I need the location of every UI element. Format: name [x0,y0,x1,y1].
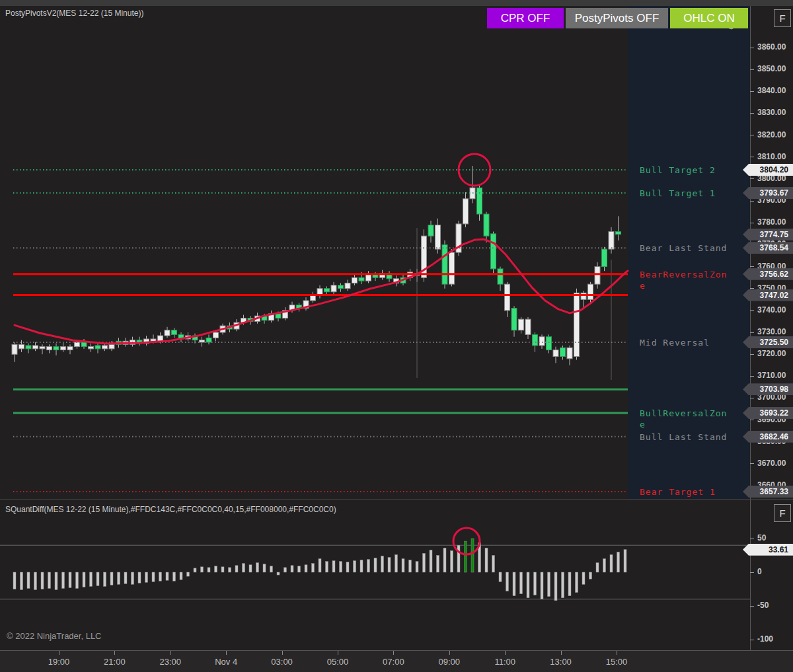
price-axis-tick [750,135,754,135]
histogram-bar [443,548,446,572]
histogram-bar [298,566,301,572]
histogram-bar [562,572,564,598]
histogram-bar [159,572,162,581]
candlestick [609,232,614,250]
price-badge: 3793.67 [743,187,793,199]
histogram-bar [582,572,585,584]
candlestick [449,252,455,284]
time-axis-tick [505,651,506,655]
histogram-bar [374,558,377,572]
price-axis-tick-label: 3740.00 [757,305,786,315]
histogram-bar [48,572,51,588]
histogram-bar [221,567,224,572]
indicator-axis-tick [750,606,754,607]
histogram-bar [457,545,460,572]
price-axis-tick [750,91,754,92]
pane-separator[interactable] [0,499,793,500]
candlestick [89,347,94,349]
time-axis-label: 03:00 [271,657,293,667]
candlestick [435,225,441,249]
histogram-bar [554,572,557,601]
price-axis-tick [750,310,754,311]
price-badge: 3756.62 [743,268,793,280]
toolbar-button-cpr[interactable]: CPR OFF [487,8,564,28]
toolbar-button-postypivots[interactable]: PostyPivots OFF [566,8,668,28]
histogram-bar [520,572,523,594]
price-badge: 3804.20 [743,164,793,176]
histogram-bar [263,564,266,572]
histogram-bar [624,550,626,572]
histogram-bar [610,554,613,572]
price-axis-tick [750,48,754,48]
price-badge: 3768.54 [743,242,793,254]
candlestick [428,225,434,237]
price-axis-tick [750,201,754,202]
histogram-bar [41,572,44,589]
histogram-bar [277,572,280,575]
price-axis-tick-label: 3720.00 [757,349,786,358]
level-label: Bull Target 2 [640,165,730,176]
price-axis-tick-label: 3730.00 [757,327,786,336]
histogram-bar [437,556,439,573]
histogram-bar [354,561,356,572]
price-axis-tick-label: 3810.00 [757,152,786,161]
price-axis-tick [750,288,754,289]
level-label: Bull Last Stand [640,431,730,443]
histogram-bar [367,560,370,572]
candlestick [560,348,566,356]
time-axis-tick [226,651,227,655]
price-badge: 3657.33 [743,486,793,498]
histogram-bar [346,562,349,572]
histogram-bar [180,572,182,579]
histogram-bar [548,572,550,597]
toolbar-button-ohlc[interactable]: OHLC ON [670,8,748,28]
indicator-pane-fullscreen-button[interactable]: F [774,504,791,522]
level-label: BearReversalZone [640,269,730,291]
histogram-bar [291,566,293,572]
candlestick [95,346,100,349]
histogram-bar [62,572,65,588]
candlestick [595,267,600,285]
candlestick [581,293,586,299]
time-axis-tick [282,651,283,655]
histogram-bar [243,564,245,572]
histogram-bar [215,566,217,572]
time-axis-label: 23:00 [160,657,182,667]
histogram-bar [69,572,71,587]
histogram-bar [96,572,99,585]
level-label: Mid Reversal [640,337,730,348]
candlestick [519,319,524,330]
time-axis-tick [561,651,562,655]
histogram-bar [326,562,328,572]
price-axis-tick [750,332,754,333]
time-axis-tick [617,651,617,655]
candlestick [12,344,17,354]
price-axis-tick [750,266,754,267]
histogram-bar [513,572,515,596]
histogram-bar [465,541,467,572]
candlestick [553,350,558,357]
time-axis[interactable]: 19:0021:0023:00Nov 403:0005:0007:0009:00… [0,650,793,672]
candlestick [40,347,45,349]
histogram-bar [27,572,30,588]
candlestick [213,332,219,338]
time-axis-label: 11:00 [494,657,515,667]
candlestick [366,274,371,281]
price-axis-tick [750,398,754,398]
histogram-bar [534,572,537,595]
chart-canvas [0,0,750,672]
histogram-bar [208,568,210,572]
price-badge: 3774.75 [743,229,793,241]
histogram-bar [124,572,127,583]
histogram-bar [388,558,391,572]
histogram-bar [55,572,57,590]
indicator-axis-tick-label: -100 [757,634,773,644]
price-axis-tick-label: 3670.00 [757,459,786,468]
price-pane-fullscreen-button[interactable]: F [774,9,791,27]
histogram-bar [312,564,315,572]
price-axis-tick [750,463,754,464]
candlestick [338,285,344,289]
histogram-bar [430,550,432,572]
histogram-bar [319,559,321,572]
histogram-bar [471,539,474,572]
